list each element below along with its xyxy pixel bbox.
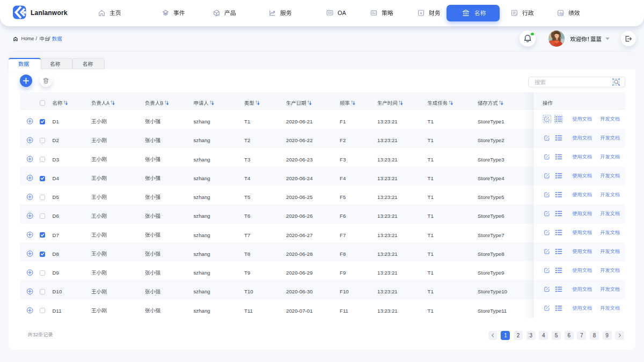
svg-text:OA: OA xyxy=(328,11,332,14)
svg-text:¥: ¥ xyxy=(420,11,422,15)
